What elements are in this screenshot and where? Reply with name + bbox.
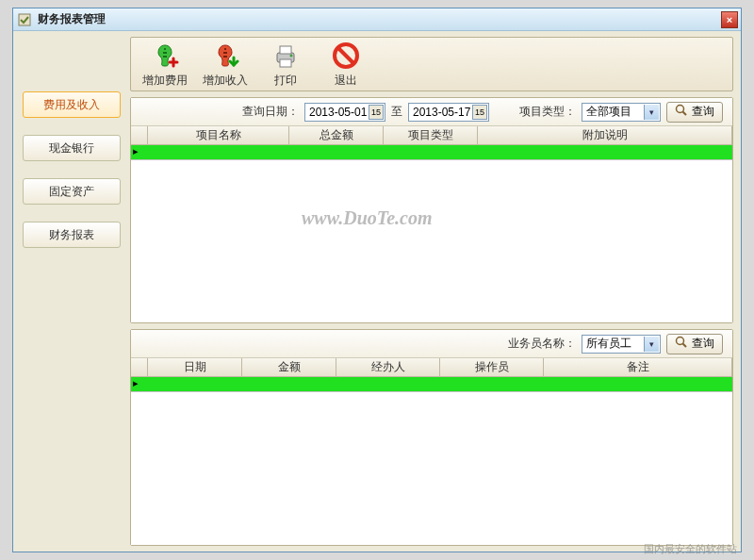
sidebar-item-cash-bank[interactable]: 现金银行 bbox=[23, 135, 121, 161]
upper-panel: 查询日期： 2013-05-01 15 至 2013-05-17 15 项目类型… bbox=[130, 97, 733, 323]
print-button[interactable]: 打印 bbox=[261, 41, 310, 89]
combo-value: 所有员工 bbox=[586, 336, 631, 352]
date-from-value: 2013-05-01 bbox=[309, 106, 367, 119]
app-window: 财务报表管理 × 费用及收入 现金银行 固定资产 财务报表 bbox=[12, 8, 742, 552]
sidebar-item-expense-income[interactable]: 费用及收入 bbox=[23, 91, 121, 118]
tool-label: 退出 bbox=[335, 73, 357, 89]
tool-label: 增加收入 bbox=[203, 73, 248, 89]
lower-grid: 日期 金额 经办人 操作员 备注 ▸ bbox=[131, 358, 732, 545]
titlebar: 财务报表管理 × bbox=[13, 8, 741, 31]
toolbar: 增加费用 增加收入 打印 bbox=[130, 37, 733, 91]
svg-point-9 bbox=[677, 338, 684, 345]
staff-label: 业务员名称： bbox=[508, 336, 576, 352]
nav-label: 财务报表 bbox=[49, 227, 94, 243]
date-from-input[interactable]: 2013-05-01 15 bbox=[304, 103, 385, 122]
date-to-value: 2013-05-17 bbox=[413, 106, 470, 119]
sidebar: 费用及收入 现金银行 固定资产 财务报表 bbox=[13, 31, 130, 552]
col-project-type[interactable]: 项目类型 bbox=[384, 126, 478, 144]
query-button-upper[interactable]: 查询 bbox=[666, 102, 723, 123]
svg-rect-2 bbox=[280, 46, 291, 54]
svg-line-6 bbox=[338, 48, 353, 63]
col-operator[interactable]: 操作员 bbox=[440, 358, 544, 376]
lower-panel: 业务员名称： 所有员工 ▾ 查询 日期 bbox=[130, 329, 733, 546]
add-expense-icon bbox=[150, 41, 180, 71]
add-income-button[interactable]: 增加收入 bbox=[201, 41, 250, 89]
svg-line-10 bbox=[683, 344, 687, 348]
row-selector-header bbox=[131, 126, 148, 144]
chevron-down-icon: ▾ bbox=[644, 105, 659, 120]
main-content: 增加费用 增加收入 打印 bbox=[130, 31, 741, 552]
lower-grid-body[interactable]: ▸ bbox=[131, 377, 732, 545]
upper-grid-header: 项目名称 总金额 项目类型 附加说明 bbox=[131, 126, 732, 145]
chevron-down-icon: ▾ bbox=[644, 337, 659, 352]
close-icon: × bbox=[727, 14, 732, 25]
nav-label: 费用及收入 bbox=[43, 97, 100, 113]
date-sep: 至 bbox=[391, 104, 402, 120]
svg-line-8 bbox=[683, 112, 687, 116]
tool-label: 增加费用 bbox=[142, 73, 188, 89]
col-amount[interactable]: 金额 bbox=[242, 358, 336, 376]
window-body: 费用及收入 现金银行 固定资产 财务报表 增加费用 bbox=[13, 31, 741, 552]
query-label: 查询 bbox=[692, 336, 714, 352]
staff-combo[interactable]: 所有员工 ▾ bbox=[582, 335, 661, 354]
exit-button[interactable]: 退出 bbox=[321, 41, 370, 89]
col-notes[interactable]: 附加说明 bbox=[478, 126, 732, 144]
date-label: 查询日期： bbox=[242, 104, 299, 120]
svg-rect-0 bbox=[19, 14, 30, 25]
add-expense-button[interactable]: 增加费用 bbox=[140, 41, 189, 89]
row-pointer-icon: ▸ bbox=[133, 145, 139, 157]
app-icon bbox=[17, 12, 32, 27]
col-handler[interactable]: 经办人 bbox=[336, 358, 440, 376]
print-icon bbox=[270, 41, 301, 71]
upper-grid: 项目名称 总金额 项目类型 附加说明 ▸ bbox=[131, 126, 732, 322]
col-date[interactable]: 日期 bbox=[148, 358, 242, 376]
nav-label: 现金银行 bbox=[49, 140, 94, 156]
svg-point-7 bbox=[677, 106, 684, 113]
project-type-combo[interactable]: 全部项目 ▾ bbox=[582, 103, 661, 122]
close-button[interactable]: × bbox=[721, 11, 738, 28]
search-icon bbox=[675, 104, 688, 120]
exit-icon bbox=[331, 41, 361, 71]
query-button-lower[interactable]: 查询 bbox=[666, 334, 723, 354]
date-to-input[interactable]: 2013-05-17 15 bbox=[408, 103, 489, 122]
row-pointer-icon: ▸ bbox=[133, 377, 139, 389]
table-row[interactable]: ▸ bbox=[131, 145, 732, 160]
nav-label: 固定资产 bbox=[49, 184, 94, 200]
upper-grid-body[interactable]: ▸ bbox=[131, 145, 732, 322]
col-project-name[interactable]: 项目名称 bbox=[148, 126, 289, 144]
upper-filter-row: 查询日期： 2013-05-01 15 至 2013-05-17 15 项目类型… bbox=[131, 98, 732, 126]
add-income-icon bbox=[210, 41, 240, 71]
tool-label: 打印 bbox=[274, 73, 297, 89]
svg-point-4 bbox=[290, 54, 293, 57]
sidebar-item-financial-report[interactable]: 财务报表 bbox=[23, 222, 121, 248]
lower-filter-row: 业务员名称： 所有员工 ▾ 查询 bbox=[131, 330, 732, 358]
calendar-icon[interactable]: 15 bbox=[369, 105, 384, 120]
row-selector-header bbox=[131, 358, 148, 376]
search-icon bbox=[675, 336, 688, 352]
lower-grid-header: 日期 金额 经办人 操作员 备注 bbox=[131, 358, 732, 377]
col-remark[interactable]: 备注 bbox=[544, 358, 732, 376]
window-title: 财务报表管理 bbox=[38, 11, 106, 27]
svg-rect-3 bbox=[280, 59, 291, 67]
query-label: 查询 bbox=[692, 104, 714, 120]
calendar-icon[interactable]: 15 bbox=[472, 105, 487, 120]
col-total-amount[interactable]: 总金额 bbox=[289, 126, 384, 144]
combo-value: 全部项目 bbox=[586, 104, 631, 120]
table-row[interactable]: ▸ bbox=[131, 377, 732, 392]
sidebar-item-fixed-assets[interactable]: 固定资产 bbox=[23, 178, 121, 205]
type-label: 项目类型： bbox=[519, 104, 576, 120]
